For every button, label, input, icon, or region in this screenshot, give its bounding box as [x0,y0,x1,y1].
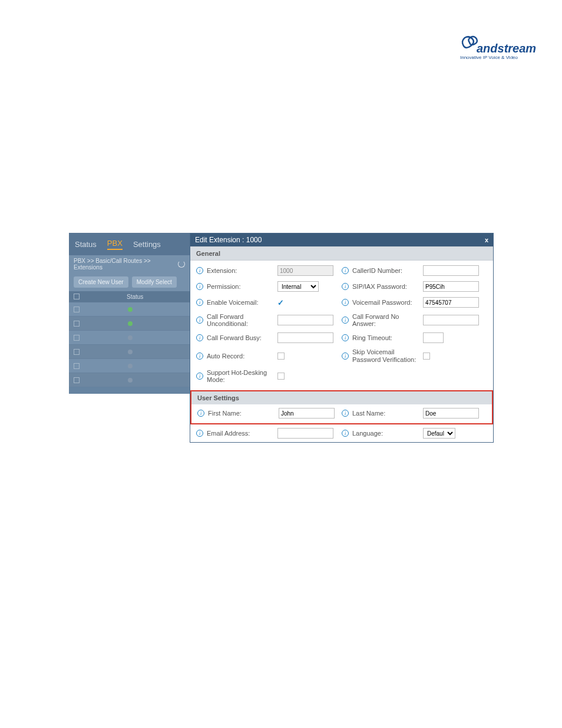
enable-voicemail-label: Enable Voicemail: [207,299,277,306]
sipiax-password-input[interactable] [423,281,479,292]
hot-desking-label: Support Hot-Desking Mode: [207,369,277,383]
select-all-checkbox[interactable] [74,294,80,299]
table-row[interactable] [69,331,190,345]
callerid-input[interactable] [423,265,479,276]
breadcrumb: PBX >> Basic/Call Routes >> Extensions [69,255,190,273]
status-indicator-icon [128,335,133,340]
enable-voicemail-checkbox[interactable]: ✓ [277,298,284,307]
breadcrumb-text: PBX >> Basic/Call Routes >> Extensions [74,258,178,271]
brand-logo: andstream Innovative IP Voice & Video [459,34,524,63]
table-row[interactable] [69,317,190,331]
voicemail-password-input[interactable] [423,297,479,308]
general-section-header: General [190,246,493,261]
info-icon[interactable]: i [342,283,349,290]
callerid-label: CallerID Number: [352,267,423,274]
table-row[interactable] [69,373,190,387]
skip-vm-verify-checkbox[interactable] [423,353,430,360]
brand-name: andstream [477,42,536,55]
cf-no-answer-label: Call Forward No Answer: [352,313,423,327]
status-indicator-icon [128,307,133,312]
brand-tagline: Innovative IP Voice & Video [460,55,518,60]
cf-unconditional-input[interactable] [277,315,333,325]
table-row[interactable] [69,359,190,373]
permission-select[interactable]: Internal [277,281,319,292]
screenshot-container: Status PBX Settings PBX >> Basic/Call Ro… [69,233,494,394]
status-indicator-icon [128,378,133,383]
modal-header: Edit Extension : 1000 x [190,233,493,246]
sipiax-password-label: SIP/IAX Password: [352,283,423,290]
tab-pbx[interactable]: PBX [107,239,123,250]
app-backdrop: Status PBX Settings PBX >> Basic/Call Ro… [69,233,190,394]
action-bar: Create New User Modify Select [69,273,190,291]
permission-label: Permission: [207,283,277,290]
email-input[interactable] [277,428,333,439]
skip-vm-verify-label: Skip Voicemail Password Verification: [352,348,423,364]
table-row[interactable] [69,302,190,317]
last-name-label: Last Name: [352,410,423,417]
info-icon[interactable]: i [342,353,349,360]
user-settings-section-header: User Settings [190,390,493,404]
info-icon[interactable]: i [196,317,203,324]
info-icon[interactable]: i [342,430,349,437]
language-label: Language: [352,430,423,437]
info-icon[interactable]: i [342,299,349,306]
ring-timeout-input[interactable] [423,332,444,343]
info-icon[interactable]: i [196,334,203,341]
last-name-input[interactable] [423,408,479,419]
edit-extension-modal: Edit Extension : 1000 x General i Extens… [190,233,494,443]
language-select[interactable]: Default [423,428,455,439]
create-user-button[interactable]: Create New User [74,276,128,288]
cf-busy-label: Call Forward Busy: [207,334,277,341]
row-checkbox[interactable] [74,349,80,355]
info-icon[interactable]: i [196,267,203,274]
status-indicator-icon [128,321,133,326]
info-icon[interactable]: i [342,334,349,341]
table-header: Status [69,291,190,302]
refresh-icon[interactable] [178,261,185,268]
row-checkbox[interactable] [74,307,80,312]
status-column-header: Status [127,294,143,300]
row-checkbox[interactable] [74,321,80,327]
first-name-label: First Name: [208,410,279,417]
cf-no-answer-input[interactable] [423,315,479,325]
row-checkbox[interactable] [74,363,80,369]
info-icon[interactable]: i [342,267,349,274]
status-indicator-icon [128,364,133,368]
row-checkbox[interactable] [74,335,80,341]
info-icon[interactable]: i [342,410,349,417]
general-section-body: i Extension: i CallerID Number: i Permis… [190,261,493,390]
modal-title: Edit Extension : 1000 [195,236,262,244]
row-checkbox[interactable] [74,377,80,383]
close-icon[interactable]: x [485,236,488,243]
info-icon[interactable]: i [196,353,203,360]
tab-status[interactable]: Status [75,240,97,249]
info-icon[interactable]: i [197,410,204,417]
email-label: Email Address: [207,430,277,437]
cf-busy-input[interactable] [277,332,333,343]
info-icon[interactable]: i [342,317,349,324]
ring-timeout-label: Ring Timeout: [352,334,423,341]
info-icon[interactable]: i [196,430,203,437]
first-name-input[interactable] [279,408,335,419]
modify-select-button[interactable]: Modify Select [132,276,177,288]
info-icon[interactable]: i [196,299,203,306]
auto-record-checkbox[interactable] [277,353,285,360]
tab-settings[interactable]: Settings [133,240,161,249]
status-indicator-icon [128,350,133,354]
extension-input [277,265,333,276]
hot-desking-checkbox[interactable] [277,373,285,380]
extension-label: Extension: [207,267,277,274]
info-icon[interactable]: i [196,283,203,290]
info-icon[interactable]: i [196,373,203,380]
voicemail-password-label: Voicemail Password: [352,299,423,306]
cf-unconditional-label: Call Forward Unconditional: [207,313,277,327]
auto-record-label: Auto Record: [207,353,277,360]
user-settings-body: i First Name: i Last Name: i Email Addre… [190,404,493,442]
table-row[interactable] [69,345,190,359]
main-tabs: Status PBX Settings [69,233,190,255]
